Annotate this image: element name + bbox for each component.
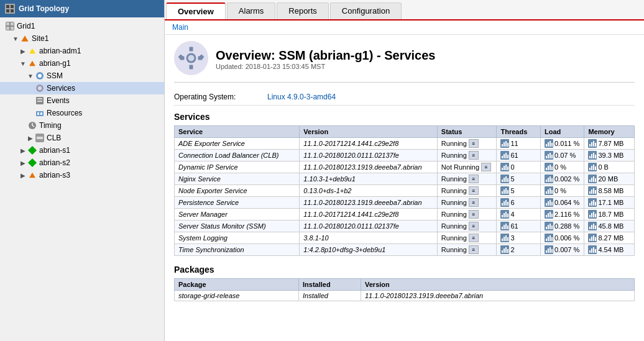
service-action-btn[interactable]: ≡: [469, 222, 479, 230]
threads-chart-icon[interactable]: [500, 234, 509, 242]
load-chart-icon[interactable]: [545, 175, 553, 183]
packages-row: storage-grid-release Installed 11.1.0-20…: [175, 291, 635, 301]
svg-rect-57: [546, 156, 547, 158]
s3-icon: [27, 170, 37, 180]
sidebar-item-resources[interactable]: Resources: [0, 107, 164, 119]
load-chart-icon[interactable]: [545, 163, 553, 171]
threads-chart-icon[interactable]: [500, 163, 509, 171]
expand-ssm[interactable]: ▼: [27, 73, 34, 80]
svg-rect-52: [502, 156, 503, 158]
service-status: Running ≡: [437, 138, 497, 150]
service-action-btn[interactable]: ≡: [469, 151, 479, 160]
service-memory: 4.54 MB: [584, 244, 635, 256]
memory-chart-icon[interactable]: [588, 222, 597, 230]
expand-site1[interactable]: ▼: [12, 35, 19, 42]
package-name: storage-grid-release: [175, 291, 299, 301]
memory-chart-icon[interactable]: [588, 234, 597, 242]
threads-chart-icon[interactable]: [500, 186, 509, 195]
tab-overview[interactable]: Overview: [166, 2, 226, 19]
svg-rect-109: [593, 188, 594, 194]
memory-chart-icon[interactable]: [588, 210, 597, 219]
sidebar-item-abrian-s1[interactable]: ▶ abrian-s1: [0, 144, 164, 157]
expand-s2[interactable]: ▶: [20, 160, 26, 166]
sidebar-item-abrian-s3[interactable]: ▶ abrian-s3: [0, 169, 164, 181]
load-chart-icon[interactable]: [545, 222, 553, 230]
sidebar-item-events[interactable]: Events: [0, 94, 164, 107]
service-action-btn[interactable]: ≡: [469, 175, 479, 183]
col-memory: Memory: [584, 126, 635, 138]
expand-g1[interactable]: ▼: [20, 60, 26, 67]
service-version: 3.8.1-10: [300, 232, 437, 244]
svg-rect-6: [6, 22, 9, 25]
service-action-btn[interactable]: ≡: [469, 139, 479, 148]
svg-rect-50: [595, 143, 596, 147]
threads-chart-icon[interactable]: [500, 245, 509, 254]
svg-rect-47: [589, 144, 591, 147]
expand-adm1[interactable]: ▶: [20, 48, 26, 55]
svg-rect-104: [550, 188, 551, 194]
load-chart-icon[interactable]: [545, 198, 553, 207]
expand-s3[interactable]: ▶: [20, 172, 26, 179]
svg-rect-137: [589, 215, 591, 217]
col-load: Load: [540, 126, 584, 138]
memory-chart-icon[interactable]: [588, 139, 597, 148]
service-action-btn[interactable]: ≡: [469, 210, 479, 219]
svg-rect-48: [591, 142, 592, 147]
service-action-btn[interactable]: ≡: [481, 163, 491, 171]
col-installed: Installed: [299, 279, 361, 291]
service-threads: 11: [497, 138, 540, 150]
s2-label: abrian-s2: [39, 158, 70, 167]
sidebar-item-clb[interactable]: ▶ CLB: [0, 132, 164, 144]
memory-chart-icon[interactable]: [588, 198, 597, 207]
sidebar-item-ssm[interactable]: ▼ SSM: [0, 70, 164, 82]
load-chart-icon[interactable]: [545, 139, 553, 148]
service-action-btn[interactable]: ≡: [469, 234, 479, 242]
expand-s1[interactable]: ▶: [20, 147, 26, 154]
tab-reports[interactable]: Reports: [277, 2, 329, 19]
svg-rect-110: [595, 190, 596, 194]
tab-configuration[interactable]: Configuration: [330, 2, 402, 19]
sidebar-item-timing[interactable]: Timing: [0, 119, 164, 132]
service-action-btn[interactable]: ≡: [469, 245, 479, 254]
memory-chart-icon[interactable]: [588, 245, 597, 254]
svg-rect-162: [546, 239, 547, 241]
svg-rect-60: [551, 155, 553, 158]
memory-chart-icon[interactable]: [588, 151, 597, 160]
memory-chart-icon[interactable]: [588, 175, 597, 183]
svg-rect-138: [591, 213, 592, 217]
tab-alarms[interactable]: Alarms: [227, 2, 275, 19]
sidebar-item-abrian-s2[interactable]: ▶ abrian-s2: [0, 157, 164, 169]
load-chart-icon[interactable]: [545, 186, 553, 195]
service-load: 0 %: [540, 185, 584, 197]
svg-rect-149: [550, 224, 551, 229]
load-chart-icon[interactable]: [545, 234, 553, 242]
load-chart-icon[interactable]: [545, 245, 553, 254]
service-load: 0 %: [540, 161, 584, 173]
threads-chart-icon[interactable]: [500, 139, 509, 148]
service-status: Running ≡: [437, 209, 497, 221]
svg-rect-140: [595, 214, 596, 217]
svg-rect-68: [504, 166, 505, 170]
sidebar-item-grid1[interactable]: Grid1: [0, 20, 164, 32]
sidebar-item-abrian-g1[interactable]: ▼ abrian-g1: [0, 57, 164, 70]
breadcrumb-link[interactable]: Main: [172, 23, 188, 32]
svg-point-13: [38, 86, 42, 90]
sidebar-item-site1[interactable]: ▼ Site1: [0, 32, 164, 45]
memory-chart-icon[interactable]: [588, 163, 597, 171]
service-action-btn[interactable]: ≡: [469, 186, 479, 195]
sidebar-item-services[interactable]: Services: [0, 82, 164, 94]
threads-chart-icon[interactable]: [500, 210, 509, 219]
load-chart-icon[interactable]: [545, 151, 553, 160]
services-row: ADE Exporter Service 11.1.0-20171214.144…: [175, 138, 635, 150]
threads-chart-icon[interactable]: [500, 222, 509, 230]
sidebar-item-abrian-adm1[interactable]: ▶ abrian-adm1: [0, 45, 164, 57]
threads-chart-icon[interactable]: [500, 151, 509, 160]
expand-clb[interactable]: ▶: [27, 135, 34, 142]
threads-chart-icon[interactable]: [500, 198, 509, 207]
memory-chart-icon[interactable]: [588, 186, 597, 195]
service-threads: 2: [497, 244, 540, 256]
service-action-btn[interactable]: ≡: [469, 198, 479, 207]
services-icon: [35, 83, 45, 93]
load-chart-icon[interactable]: [545, 210, 553, 219]
threads-chart-icon[interactable]: [500, 175, 509, 183]
